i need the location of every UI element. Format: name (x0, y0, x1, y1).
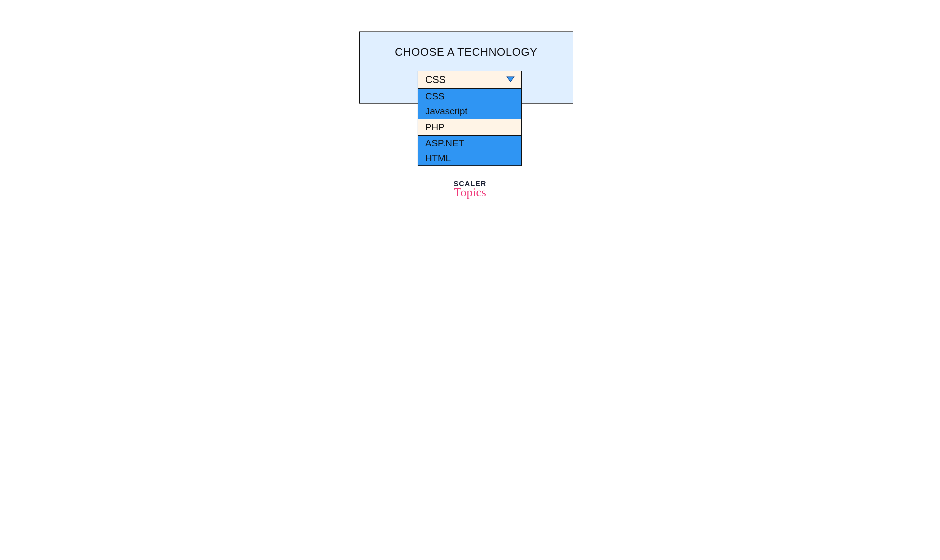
dropdown-option[interactable]: ASP.NET (418, 136, 521, 151)
chevron-down-icon (506, 76, 515, 83)
dropdown-option[interactable]: CSS (418, 89, 521, 104)
diagram-canvas: CHOOSE A TECHNOLOGY CSS CSS Javascript P… (271, 0, 669, 237)
dropdown-selected-label: CSS (425, 74, 446, 86)
brand-logo: SCALER Topics (271, 180, 669, 198)
dropdown-option[interactable]: HTML (418, 151, 521, 166)
brand-line2: Topics (271, 186, 669, 198)
svg-marker-0 (507, 77, 514, 82)
dropdown-option[interactable]: Javascript (418, 104, 521, 119)
dropdown-selected[interactable]: CSS (418, 71, 521, 89)
panel-title: CHOOSE A TECHNOLOGY (360, 46, 573, 58)
technology-dropdown[interactable]: CSS CSS Javascript PHP ASP.NET HTML (418, 71, 522, 166)
dropdown-list: CSS Javascript PHP ASP.NET HTML (418, 89, 521, 165)
dropdown-option-hover[interactable]: PHP (418, 119, 521, 136)
